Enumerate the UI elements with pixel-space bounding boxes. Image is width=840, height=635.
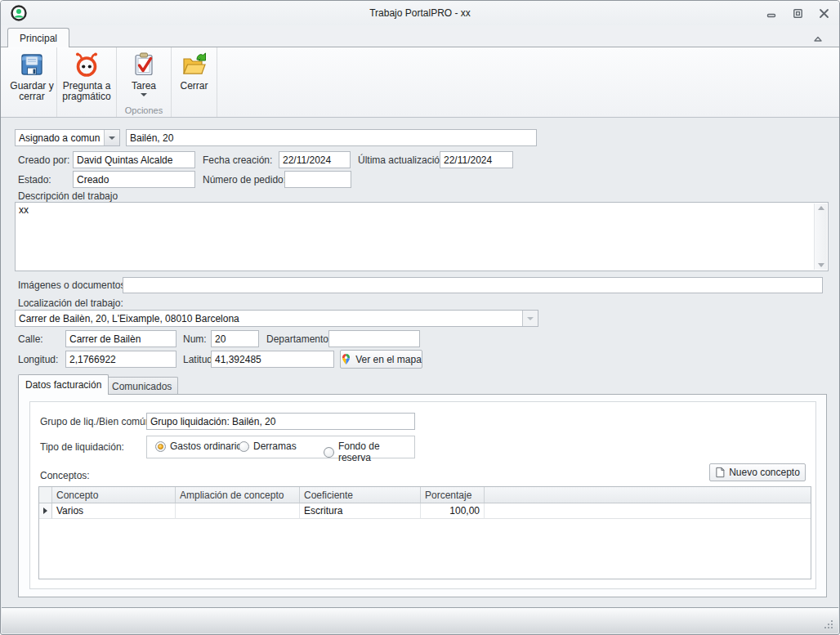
grid-header-coeficiente[interactable]: Coeficiente (300, 487, 421, 503)
assigned-combo[interactable] (15, 129, 120, 146)
datos-facturacion-page: Grupo de liq./Bien común: Tipo de liquid… (18, 394, 827, 597)
latitud-input[interactable] (211, 351, 334, 368)
fecha-creacion-label: Fecha creación: (203, 154, 272, 166)
resize-grip[interactable] (823, 619, 834, 630)
table-row[interactable]: Varios Escritura 100,00 (39, 503, 811, 519)
tab-comunicados-label: Comunicados (112, 381, 172, 392)
save-and-close-button[interactable]: Guardar y cerrar (9, 51, 55, 102)
grid-header-ampliacion[interactable]: Ampliación de concepto (176, 487, 300, 503)
ask-pragmatico-button[interactable]: Pregunta a pragmático (59, 51, 114, 102)
longitud-input[interactable] (65, 351, 176, 368)
nuevo-concepto-button[interactable]: Nuevo concepto (709, 463, 806, 481)
radio-unselected-icon (324, 447, 334, 458)
ultima-actualizacion-input[interactable] (440, 151, 513, 168)
descripcion-scrollbar[interactable] (814, 203, 827, 270)
conceptos-grid: Concepto Ampliación de concepto Coeficie… (38, 486, 811, 579)
tab-datos-facturacion[interactable]: Datos facturación (18, 374, 109, 395)
calle-label: Calle: (18, 333, 43, 345)
minimize-icon (766, 8, 777, 19)
ultima-actualizacion-label: Última actualización: (358, 154, 448, 166)
close-icon (819, 8, 829, 19)
localizacion-label: Localización del trabajo: (18, 297, 123, 309)
cell-porcentaje[interactable]: 100,00 (421, 503, 485, 519)
localizacion-combo[interactable] (15, 310, 538, 327)
conceptos-label: Conceptos: (40, 470, 90, 481)
facturacion-panel: Grupo de liq./Bien común: Tipo de liquid… (29, 401, 816, 589)
cerrar-button[interactable]: Cerrar (173, 51, 215, 102)
numero-pedido-label: Número de pedido: (203, 174, 286, 186)
minimize-button[interactable] (766, 7, 777, 19)
resize-grip-icon (823, 619, 834, 630)
row-indicator-icon (43, 508, 47, 514)
num-input[interactable] (211, 330, 259, 347)
chevron-up-icon (813, 34, 823, 42)
localizacion-combo-arrow-button[interactable] (522, 311, 538, 326)
ribbon-collapse-button[interactable] (811, 33, 824, 44)
ribbon-group-opciones: Tarea Opciones (117, 47, 172, 117)
radio-fondo-reserva[interactable]: Fondo de reserva (324, 440, 414, 463)
radio-derramas[interactable]: Derramas (239, 440, 297, 452)
dropdown-arrow-icon (141, 93, 147, 96)
close-button[interactable] (818, 7, 829, 19)
num-label: Num: (183, 333, 207, 345)
radio-gastos-ordinarios-label: Gastos ordinarios (170, 440, 247, 452)
grid-header-concepto[interactable]: Concepto (52, 487, 176, 503)
departamento-input[interactable] (328, 330, 420, 347)
ribbon-group-pregunta: Pregunta a pragmático (57, 47, 117, 117)
google-maps-pin-icon (341, 353, 351, 365)
creado-por-input[interactable] (73, 151, 195, 168)
grupo-liq-input[interactable] (146, 413, 415, 430)
cell-filler (485, 503, 811, 519)
tarea-button[interactable]: Tarea (118, 51, 169, 102)
cell-concepto[interactable]: Varios (52, 503, 176, 519)
imagenes-input[interactable] (123, 277, 823, 293)
numero-pedido-input[interactable] (284, 171, 351, 188)
departamento-label: Departamento: (266, 333, 331, 345)
ver-mapa-button[interactable]: Ver en el mapa (340, 350, 422, 369)
grid-header-row: Concepto Ampliación de concepto Coeficie… (39, 487, 811, 503)
longitud-label: Longitud: (18, 354, 58, 365)
title-bar: Trabajo PortalPRO - xx (1, 1, 839, 25)
tab-comunicados[interactable]: Comunicados (105, 377, 178, 395)
ribbon-group-save: Guardar y cerrar (7, 47, 57, 117)
grid-header-indicator (39, 487, 52, 503)
community-input[interactable] (126, 129, 537, 146)
descripcion-textarea[interactable]: xx (16, 203, 814, 271)
row-indicator (39, 503, 52, 519)
fecha-creacion-input[interactable] (279, 151, 351, 168)
restore-button[interactable] (792, 7, 803, 19)
main-form: Creado por: Fecha creación: Última actua… (2, 118, 838, 607)
save-and-close-label: Guardar y cerrar (9, 81, 55, 102)
ribbon-group-cerrar: Cerrar (172, 47, 217, 117)
tab-principal-label: Principal (20, 33, 57, 44)
scroll-down-icon[interactable] (818, 263, 824, 267)
estado-input[interactable] (73, 171, 195, 188)
nuevo-concepto-label: Nuevo concepto (729, 467, 800, 478)
restore-icon (793, 8, 803, 19)
robot-icon (73, 51, 101, 78)
app-icon (11, 5, 27, 21)
assigned-combo-arrow-button[interactable] (104, 130, 119, 145)
tipo-liquidacion-label: Tipo de liquidación: (40, 441, 124, 453)
ribbon: Guardar y cerrar Pregunta a pragmáti (1, 47, 839, 118)
estado-label: Estado: (18, 174, 51, 186)
grupo-liq-label: Grupo de liq./Bien común: (40, 416, 154, 427)
open-folder-icon (181, 51, 208, 78)
app-window: Trabajo PortalPRO - xx Principal (0, 0, 840, 635)
chevron-down-icon (109, 136, 115, 140)
localizacion-combo-input[interactable] (16, 311, 522, 326)
ribbon-tab-row: Principal (1, 25, 839, 47)
tab-principal[interactable]: Principal (7, 28, 69, 47)
cell-coeficiente[interactable]: Escritura (300, 503, 421, 519)
status-bar (2, 607, 838, 633)
cell-ampliacion[interactable] (176, 503, 300, 519)
grid-header-porcentaje[interactable]: Porcentaje (421, 487, 485, 503)
radio-selected-icon (155, 441, 166, 452)
calle-input[interactable] (65, 330, 176, 347)
scroll-up-icon[interactable] (818, 206, 824, 210)
radio-gastos-ordinarios[interactable]: Gastos ordinarios (155, 440, 247, 452)
radio-fondo-reserva-label: Fondo de reserva (338, 440, 414, 463)
ver-mapa-label: Ver en el mapa (355, 354, 422, 365)
radio-derramas-label: Derramas (253, 440, 297, 452)
assigned-combo-input[interactable] (16, 130, 104, 145)
